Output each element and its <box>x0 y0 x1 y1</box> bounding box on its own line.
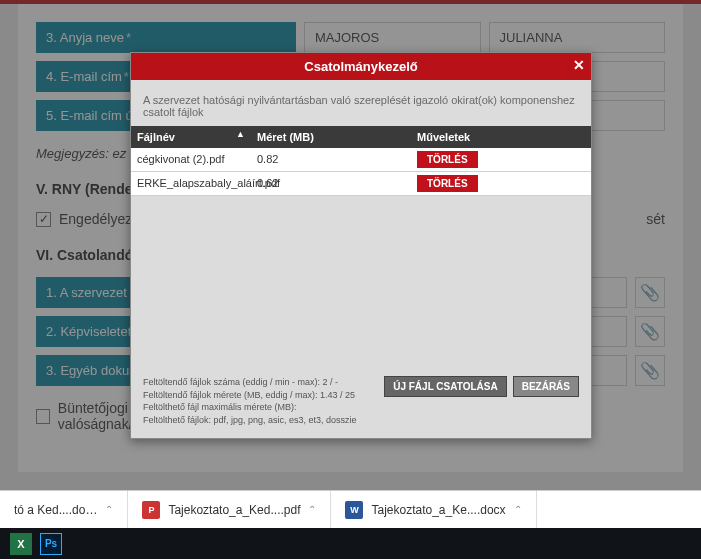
footer-line: Feltölthető fájl maximális mérete (MB): <box>143 401 579 414</box>
download-item[interactable]: tó a Ked....do…⌃ <box>0 491 128 528</box>
download-item[interactable]: P Tajekoztato_a_Ked....pdf⌃ <box>128 491 331 528</box>
attachment-modal: Csatolmánykezelő ✕ A szervezet hatósági … <box>130 52 592 439</box>
close-button[interactable]: BEZÁRÁS <box>513 376 579 397</box>
word-icon: W <box>345 501 363 519</box>
file-name: ERKE_alapszabaly_aláírt.pdf <box>131 172 251 195</box>
chevron-up-icon: ⌃ <box>514 504 522 515</box>
modal-subtitle: A szervezet hatósági nyilvántartásban va… <box>131 80 591 126</box>
delete-button[interactable]: TÖRLÉS <box>417 151 478 168</box>
footer-line: Feltölthető fájlok: pdf, jpg, png, asic,… <box>143 414 579 427</box>
pdf-icon: P <box>142 501 160 519</box>
sort-asc-icon: ▲ <box>236 129 245 139</box>
modal-close-icon[interactable]: ✕ <box>573 57 585 73</box>
download-item[interactable]: W Tajekoztato_a_Ke....docx⌃ <box>331 491 536 528</box>
chevron-up-icon: ⌃ <box>308 504 316 515</box>
col-size[interactable]: Méret (MB) <box>251 126 411 148</box>
delete-button[interactable]: TÖRLÉS <box>417 175 478 192</box>
col-filename[interactable]: Fájlnév▲ <box>131 126 251 148</box>
taskbar: X Ps <box>0 528 701 559</box>
chevron-up-icon: ⌃ <box>105 504 113 515</box>
col-actions: Műveletek <box>411 126 591 148</box>
downloads-bar: tó a Ked....do…⌃ P Tajekoztato_a_Ked....… <box>0 490 701 528</box>
modal-title: Csatolmánykezelő ✕ <box>131 53 591 80</box>
file-name: cégkivonat (2).pdf <box>131 148 251 171</box>
photoshop-icon[interactable]: Ps <box>40 533 62 555</box>
table-row: ERKE_alapszabaly_aláírt.pdf 0.62 TÖRLÉS <box>131 172 591 196</box>
new-file-button[interactable]: ÚJ FÁJL CSATOLÁSA <box>384 376 506 397</box>
excel-icon[interactable]: X <box>10 533 32 555</box>
file-size: 0.82 <box>251 148 411 171</box>
table-row: cégkivonat (2).pdf 0.82 TÖRLÉS <box>131 148 591 172</box>
